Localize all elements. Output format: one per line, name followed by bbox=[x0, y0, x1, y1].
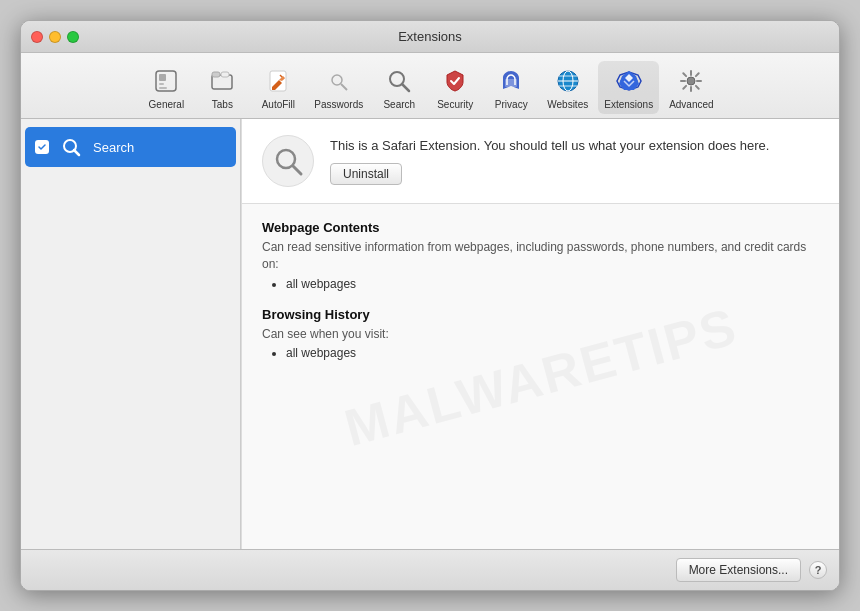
tabs-icon bbox=[206, 65, 238, 97]
advanced-label: Advanced bbox=[669, 99, 713, 110]
extension-info: This is a Safari Extension. You should t… bbox=[330, 137, 819, 185]
svg-rect-3 bbox=[159, 87, 167, 89]
advanced-icon bbox=[675, 65, 707, 97]
toolbar-privacy[interactable]: Privacy bbox=[485, 61, 537, 114]
extension-checkbox[interactable] bbox=[35, 140, 49, 154]
webpage-contents-desc: Can read sensitive information from webp… bbox=[262, 239, 819, 273]
websites-icon bbox=[552, 65, 584, 97]
svg-line-11 bbox=[402, 84, 409, 91]
svg-line-9 bbox=[341, 84, 347, 90]
extension-sidebar-label: Search bbox=[93, 140, 134, 155]
search-label: Search bbox=[383, 99, 415, 110]
main-content: Search This is a Safari Extension. You s… bbox=[21, 119, 839, 549]
svg-line-21 bbox=[74, 150, 79, 155]
general-icon bbox=[150, 65, 182, 97]
content-panel: This is a Safari Extension. You should t… bbox=[241, 119, 839, 549]
svg-rect-6 bbox=[221, 72, 229, 77]
maximize-button[interactable] bbox=[67, 31, 79, 43]
passwords-icon bbox=[323, 65, 355, 97]
toolbar-advanced[interactable]: Advanced bbox=[663, 61, 719, 114]
browsing-history-desc: Can see when you visit: bbox=[262, 326, 819, 343]
extension-description: This is a Safari Extension. You should t… bbox=[330, 137, 819, 155]
toolbar-extensions[interactable]: Extensions bbox=[598, 61, 659, 114]
extensions-label: Extensions bbox=[604, 99, 653, 110]
svg-rect-1 bbox=[159, 74, 166, 81]
safari-extensions-window: Extensions General T bbox=[20, 20, 840, 591]
toolbar-security[interactable]: Security bbox=[429, 61, 481, 114]
extension-icon bbox=[262, 135, 314, 187]
websites-label: Websites bbox=[547, 99, 588, 110]
permissions-section: MALWARETIPS Webpage Contents Can read se… bbox=[242, 204, 839, 549]
toolbar-search[interactable]: Search bbox=[373, 61, 425, 114]
webpage-contents-section: Webpage Contents Can read sensitive info… bbox=[262, 220, 819, 291]
window-controls bbox=[31, 31, 79, 43]
sidebar: Search bbox=[21, 119, 241, 549]
help-button[interactable]: ? bbox=[809, 561, 827, 579]
svg-rect-2 bbox=[159, 83, 164, 85]
window-title: Extensions bbox=[398, 29, 462, 44]
svg-rect-5 bbox=[212, 72, 220, 77]
toolbar-passwords[interactable]: Passwords bbox=[308, 61, 369, 114]
tabs-label: Tabs bbox=[212, 99, 233, 110]
security-label: Security bbox=[437, 99, 473, 110]
toolbar-websites[interactable]: Websites bbox=[541, 61, 594, 114]
extension-header: This is a Safari Extension. You should t… bbox=[242, 119, 839, 204]
uninstall-button[interactable]: Uninstall bbox=[330, 163, 402, 185]
svg-rect-12 bbox=[505, 79, 517, 87]
toolbar: General Tabs AutoFill bbox=[21, 53, 839, 119]
browsing-history-title: Browsing History bbox=[262, 307, 819, 322]
footer: More Extensions... ? bbox=[21, 549, 839, 590]
security-icon bbox=[439, 65, 471, 97]
toolbar-autofill[interactable]: AutoFill bbox=[252, 61, 304, 114]
more-extensions-button[interactable]: More Extensions... bbox=[676, 558, 801, 582]
svg-line-23 bbox=[293, 166, 301, 174]
list-item: all webpages bbox=[286, 346, 819, 360]
sidebar-item-search-ext[interactable]: Search bbox=[25, 127, 236, 167]
passwords-label: Passwords bbox=[314, 99, 363, 110]
extensions-icon bbox=[613, 65, 645, 97]
search-icon bbox=[383, 65, 415, 97]
autofill-icon bbox=[262, 65, 294, 97]
webpage-contents-list: all webpages bbox=[262, 277, 819, 291]
minimize-button[interactable] bbox=[49, 31, 61, 43]
privacy-label: Privacy bbox=[495, 99, 528, 110]
browsing-history-section: Browsing History Can see when you visit:… bbox=[262, 307, 819, 361]
extension-sidebar-icon bbox=[57, 133, 85, 161]
svg-point-19 bbox=[687, 77, 695, 85]
titlebar: Extensions bbox=[21, 21, 839, 53]
toolbar-general[interactable]: General bbox=[140, 61, 192, 114]
close-button[interactable] bbox=[31, 31, 43, 43]
autofill-label: AutoFill bbox=[262, 99, 295, 110]
webpage-contents-title: Webpage Contents bbox=[262, 220, 819, 235]
general-label: General bbox=[149, 99, 185, 110]
svg-point-8 bbox=[332, 75, 342, 85]
privacy-icon bbox=[495, 65, 527, 97]
list-item: all webpages bbox=[286, 277, 819, 291]
toolbar-tabs[interactable]: Tabs bbox=[196, 61, 248, 114]
browsing-history-list: all webpages bbox=[262, 346, 819, 360]
